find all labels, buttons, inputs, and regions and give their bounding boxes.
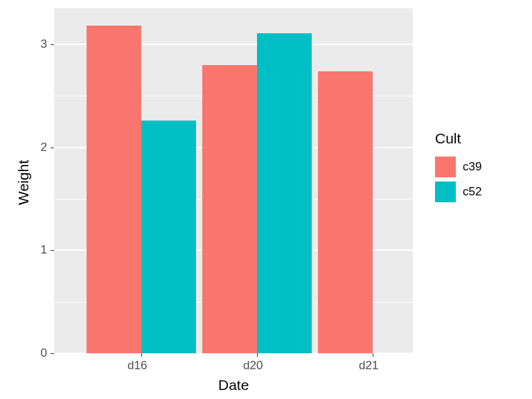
y-tick-label: 2: [41, 141, 47, 154]
y-tick-label: 0: [41, 346, 47, 360]
x-tick-label: d20: [243, 359, 263, 373]
bar-c39-d21: [318, 71, 373, 353]
bar-c52-d20: [257, 33, 312, 353]
legend: Cult c39c52: [435, 130, 481, 206]
x-axis-title: Date: [218, 377, 249, 393]
legend-key-c39: [435, 157, 456, 177]
legend-key-c52: [435, 181, 456, 202]
legend-title: Cult: [435, 130, 481, 147]
y-axis-title: Weight: [15, 160, 32, 205]
y-tick: [51, 148, 54, 148]
legend-item-c52: c52: [435, 181, 481, 202]
x-tick: [257, 353, 258, 357]
y-tick: [51, 250, 54, 251]
bar-c39-d20: [202, 65, 257, 353]
legend-item-c39: c39: [435, 157, 481, 177]
x-tick: [141, 353, 142, 357]
y-tick-label: 1: [41, 243, 47, 257]
x-tick: [373, 353, 373, 357]
legend-label: c39: [463, 160, 481, 174]
legend-label: c52: [463, 185, 481, 199]
y-tick: [51, 353, 54, 354]
bar-c52-d16: [141, 121, 196, 353]
x-tick-label: d16: [127, 359, 147, 373]
x-tick-label: d21: [359, 359, 378, 373]
bar-c39-d16: [87, 26, 141, 353]
y-tick: [51, 44, 54, 45]
y-tick-label: 3: [41, 37, 47, 51]
chart-figure: 0123 d16d20d21 Weight Date Cult c39c52: [0, 0, 532, 399]
plot-panel: [54, 8, 413, 353]
